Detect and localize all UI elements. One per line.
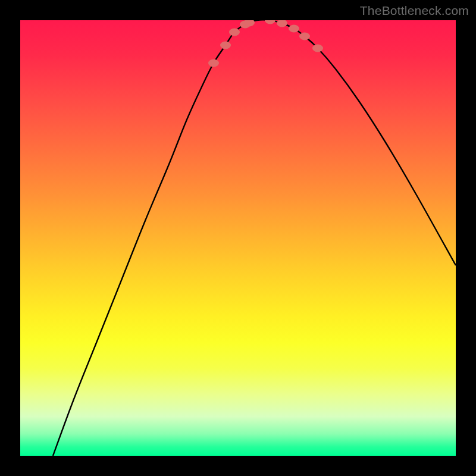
marker-dot — [312, 45, 323, 52]
plot-area — [20, 20, 456, 456]
marker-dot — [265, 20, 275, 24]
chart-frame: TheBottleneck.com — [0, 0, 476, 476]
marker-dot — [208, 60, 219, 67]
marker-dot — [289, 25, 299, 33]
marker-dot — [299, 33, 310, 40]
marker-dot — [277, 20, 287, 27]
curve-markers — [208, 20, 323, 67]
marker-dot — [229, 29, 240, 36]
bottleneck-curve — [53, 20, 456, 456]
marker-dot — [220, 42, 231, 49]
watermark-text: TheBottleneck.com — [360, 4, 469, 18]
curve-layer — [20, 20, 456, 456]
